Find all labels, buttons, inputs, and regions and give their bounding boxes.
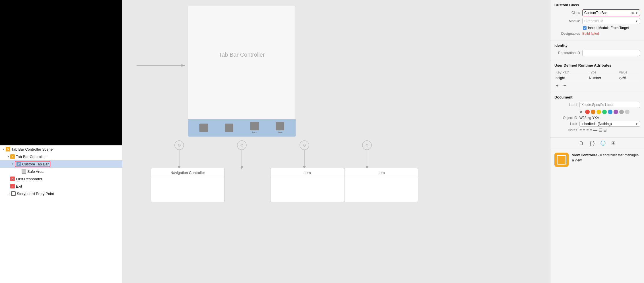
safe-area-icon <box>22 169 26 174</box>
connections-svg: ⚙ ⚙ ⚙ ⚙ <box>122 125 550 283</box>
notes-align-center[interactable]: ≡ <box>583 128 585 132</box>
doc-label-row: Label <box>554 102 640 108</box>
responder-label: First Responder <box>16 177 42 181</box>
build-failed-value: Build failed <box>582 32 599 36</box>
code-icon[interactable]: { } <box>590 140 595 146</box>
color-light-gray[interactable] <box>625 110 629 114</box>
controller-box-nav: Navigation Controller <box>151 168 225 202</box>
object-id-label: Object ID <box>554 116 577 120</box>
arrow-svg <box>137 61 188 70</box>
tab-item-4: Item <box>276 122 284 134</box>
triangle-exit <box>7 185 10 188</box>
class-input[interactable]: CustomTabBar ⊗ ▼ <box>582 9 640 16</box>
svg-point-6 <box>300 141 309 150</box>
left-panel: S Tab Bar Controller Scene T Tab Bar Con… <box>0 0 122 283</box>
custom-class-section: Custom Class Class CustomTabBar ⊗ ▼ Modu… <box>550 0 644 40</box>
object-id-value: W28-zg-YXA <box>579 116 640 120</box>
bottom-toolbar: 🗋 { } ⓘ ⊞ <box>550 137 644 149</box>
outline-item-scene[interactable]: S Tab Bar Controller Scene <box>0 145 122 153</box>
item2-controller-body <box>344 177 418 202</box>
vc-icon-inner <box>557 155 566 165</box>
notes-align-justify[interactable]: ≡ <box>590 128 592 132</box>
outline-item-custom-tab-bar[interactable]: V Custom Tab Bar <box>0 160 122 168</box>
attr-table: Key Path Type Value height Number ◇ 65 <box>554 70 640 81</box>
color-purple[interactable] <box>614 110 618 114</box>
custom-tabbar-label: Custom Tab Bar <box>22 162 49 166</box>
lock-label: Lock <box>554 122 577 126</box>
class-stepper[interactable]: ⊗ ▼ <box>631 11 638 15</box>
class-value: CustomTabBar <box>584 11 607 15</box>
class-dropdown-arrow[interactable]: ▼ <box>635 11 638 15</box>
canvas-preview <box>0 0 122 145</box>
module-dropdown-arrow[interactable]: ▼ <box>635 20 638 23</box>
module-input[interactable]: StrandsBFM ▼ <box>582 18 640 24</box>
outline-item-entry-point[interactable]: → Storyboard Entry Point <box>0 190 122 197</box>
identity-section: Identity Restoration ID <box>550 40 644 60</box>
outline-item-tabbar[interactable]: T Tab Bar Controller <box>0 153 122 160</box>
outline-item-exit[interactable]: → Exit <box>0 182 122 190</box>
tab-item-1 <box>199 124 208 132</box>
notes-separator: — <box>593 128 597 132</box>
vc-description: View Controller - A controller that mana… <box>572 153 640 163</box>
lock-dropdown-arrow[interactable]: ▼ <box>635 122 638 126</box>
exit-icon: → <box>10 184 15 188</box>
custom-tabbar-view-icon: V <box>16 162 21 166</box>
outline-item-safe-area[interactable]: Safe Area <box>0 168 122 175</box>
item2-controller-title: Item <box>344 168 418 177</box>
attr-value: ◇ 65 <box>618 75 640 81</box>
color-x-icon[interactable]: ✕ <box>579 110 583 114</box>
color-gray[interactable] <box>619 110 624 114</box>
responder-icon: R <box>10 177 15 181</box>
entry-point-icon <box>11 191 16 196</box>
notes-align-right[interactable]: ≡ <box>586 128 589 132</box>
color-green[interactable] <box>602 110 607 114</box>
notes-numbered-list[interactable]: ⊞ <box>603 128 607 132</box>
doc-label-input[interactable] <box>579 102 640 108</box>
object-id-row: Object ID W28-zg-YXA <box>554 116 640 120</box>
svg-text:⚙: ⚙ <box>365 143 369 147</box>
add-attr-btn[interactable]: + <box>554 83 560 89</box>
restoration-id-label: Restoration ID <box>554 51 580 55</box>
tabbar-icon: T <box>10 154 15 159</box>
tab-label-3: Item <box>252 131 257 134</box>
attr-keypath: height <box>554 75 588 81</box>
grid-icon[interactable]: ⊞ <box>611 140 616 146</box>
right-panel: Custom Class Class CustomTabBar ⊗ ▼ Modu… <box>550 0 644 283</box>
tab-label-4: Item <box>277 131 282 134</box>
notes-list[interactable]: ☰ <box>598 128 602 132</box>
vc-title: View Controller <box>572 153 597 157</box>
custom-class-title: Custom Class <box>554 3 640 7</box>
notes-icons: ≡ ≡ ≡ ≡ — ☰ ⊞ <box>579 128 607 132</box>
safe-area-label: Safe Area <box>27 169 44 174</box>
center-canvas: Tab Bar Controller Item Item ⚙ ⚙ <box>122 0 550 283</box>
svg-point-2 <box>175 141 184 150</box>
entry-point-label: Storyboard Entry Point <box>17 192 54 196</box>
inherit-checkbox[interactable] <box>583 26 587 30</box>
designables-label: Designables <box>554 32 580 36</box>
color-orange[interactable] <box>591 110 595 114</box>
restoration-id-input[interactable] <box>582 50 640 56</box>
triangle-custom-tab-bar <box>11 163 14 165</box>
color-yellow[interactable] <box>596 110 601 114</box>
notes-align-left[interactable]: ≡ <box>579 128 582 132</box>
module-label: Module <box>554 19 580 23</box>
color-blue[interactable] <box>608 110 612 114</box>
add-remove-row: + − <box>554 81 640 89</box>
remove-attr-btn[interactable]: − <box>562 83 567 89</box>
triangle-tabbar <box>7 155 10 158</box>
lock-dropdown[interactable]: Inherited - (Nothing) ▼ <box>579 121 640 127</box>
inherit-module-row: Inherit Module From Target <box>583 26 640 30</box>
info-icon[interactable]: ⓘ <box>600 140 606 147</box>
exit-label: Exit <box>16 184 22 188</box>
file-icon[interactable]: 🗋 <box>579 140 584 146</box>
class-clear-btn[interactable]: ⊗ <box>631 11 635 15</box>
restoration-id-row: Restoration ID <box>554 50 640 56</box>
tab-bar-controller-mockup: Tab Bar Controller Item Item <box>188 6 296 137</box>
identity-title: Identity <box>554 43 640 48</box>
color-circles-row: ✕ <box>554 110 640 114</box>
outline-item-first-responder[interactable]: R First Responder <box>0 175 122 182</box>
col-type: Type <box>588 70 618 75</box>
nav-controller-body <box>151 177 224 202</box>
color-red[interactable] <box>585 110 590 114</box>
triangle-scene <box>2 148 5 151</box>
